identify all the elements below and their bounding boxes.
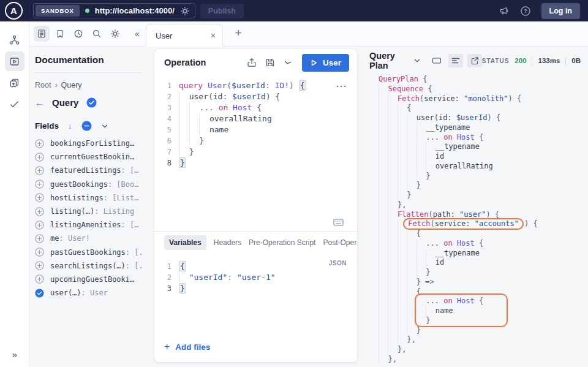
connection-settings-gear-icon[interactable]	[180, 6, 190, 16]
keyboard-shortcuts-icon[interactable]	[333, 219, 344, 226]
field-add-icon[interactable]	[35, 193, 44, 202]
settings-tab-post-oper[interactable]: Post-Oper	[323, 238, 356, 247]
field-item[interactable]: currentGuestBookin…	[35, 150, 149, 164]
field-item[interactable]: hostListings: [List…	[35, 191, 149, 205]
back-arrow-icon[interactable]: ←	[35, 97, 44, 108]
announcements-megaphone-icon[interactable]	[499, 6, 510, 17]
explorer-icon[interactable]	[5, 51, 24, 71]
field-item[interactable]: user(…): User	[35, 286, 149, 300]
line-number: 3	[154, 102, 172, 113]
field-name: upcomingGuestBooki…	[50, 275, 134, 284]
close-tab-icon[interactable]: ×	[211, 31, 216, 40]
plan-highlight-oval: Fetch(service: "accounts"	[403, 218, 524, 230]
fields-list: bookingsForListing…currentGuestBookin…fe…	[35, 137, 149, 300]
code-line: }	[179, 283, 357, 294]
field-add-icon[interactable]	[35, 248, 44, 257]
code-line: {	[379, 104, 588, 113]
code-token: }	[179, 157, 186, 168]
new-tab-icon[interactable]: +	[232, 26, 245, 40]
open-external-icon[interactable]	[467, 54, 482, 67]
history-icon[interactable]	[70, 26, 86, 42]
field-add-icon[interactable]	[35, 274, 44, 284]
field-name: bookingsForListing…	[50, 139, 134, 148]
checks-icon[interactable]	[5, 94, 24, 114]
code-token: on	[443, 133, 452, 142]
field-add-icon[interactable]	[35, 166, 44, 175]
breadcrumb: Root › Query	[35, 81, 149, 89]
operation-editor[interactable]: 12345678 query User($userId: ID!) { user…	[154, 76, 357, 231]
collapse-panel-icon[interactable]: «	[131, 29, 143, 39]
field-item[interactable]: bookingsForListing…	[35, 137, 149, 150]
deselect-all-fields-icon[interactable]	[81, 121, 92, 131]
plan-text-view-icon[interactable]	[448, 54, 463, 67]
expand-rail-icon[interactable]: »	[0, 349, 29, 360]
run-operation-button[interactable]: User	[302, 54, 349, 72]
schema-graph-icon[interactable]	[5, 30, 24, 50]
code-token: "monolith"	[464, 94, 508, 103]
settings-tab-variables[interactable]: Variables	[164, 235, 206, 250]
save-options-chevron-icon[interactable]	[284, 59, 291, 66]
field-add-icon[interactable]	[35, 207, 44, 216]
field-add-icon[interactable]	[35, 180, 44, 189]
code-line: id	[379, 258, 588, 268]
code-line: name	[179, 124, 357, 135]
field-item[interactable]: listingAmenities: […	[35, 218, 149, 232]
code-token: on	[443, 239, 452, 248]
field-item[interactable]: guestBookings: [Boo…	[35, 178, 149, 191]
field-item[interactable]: listing(…): Listing	[35, 205, 149, 218]
search-icon[interactable]	[89, 26, 105, 42]
bookmarks-icon[interactable]	[52, 26, 68, 42]
breadcrumb-current[interactable]: Query	[61, 81, 82, 89]
documentation-panel: Documentation Root › Query ← Query Field…	[29, 47, 149, 367]
fields-chevron-down-icon[interactable]	[101, 123, 108, 130]
endpoint-url-box[interactable]: SANDBOX http://localhost:4000/	[33, 3, 195, 18]
field-item[interactable]: searchListings(…): [.	[35, 259, 149, 273]
field-add-icon[interactable]	[35, 234, 44, 243]
operation-collections-icon[interactable]	[5, 73, 24, 93]
field-item[interactable]: me: User!	[35, 232, 149, 245]
response-view-chevron-icon[interactable]	[413, 57, 421, 64]
share-operation-icon[interactable]	[247, 58, 257, 67]
field-add-icon[interactable]	[35, 153, 44, 162]
code-token	[453, 239, 457, 248]
code-token: ...	[426, 297, 443, 305]
variables-section[interactable]: JSON 123 { "userId": "user-1"}	[154, 254, 357, 294]
type-selected-check-icon[interactable]	[86, 97, 97, 108]
query-plan-title[interactable]: Query Plan	[369, 51, 409, 70]
endpoint-url[interactable]: http://localhost:4000/	[95, 6, 175, 15]
apollo-logo[interactable]: A	[5, 2, 23, 20]
line-number: 7	[154, 146, 172, 157]
type-title: Query	[52, 97, 78, 108]
code-token: {	[407, 104, 411, 112]
field-checked-icon[interactable]	[35, 289, 44, 298]
help-icon[interactable]: ?	[520, 6, 531, 17]
code-token: {	[423, 85, 432, 93]
fields-heading: Fields	[35, 121, 59, 131]
divider	[532, 57, 532, 65]
field-add-icon[interactable]	[35, 139, 44, 148]
editor-menu-dots-icon[interactable]: ···	[336, 81, 347, 91]
save-operation-icon[interactable]	[265, 58, 275, 67]
field-add-icon[interactable]	[35, 261, 44, 270]
documentation-panel-icon[interactable]	[34, 26, 50, 42]
field-item[interactable]: upcomingGuestBooki…	[35, 273, 149, 286]
explorer-settings-gear-icon[interactable]	[107, 26, 123, 42]
login-button[interactable]: Log in	[541, 3, 581, 19]
code-token: }	[179, 283, 186, 293]
operation-tab[interactable]: User ×	[146, 24, 223, 47]
field-item[interactable]: featuredListings: […	[35, 164, 149, 177]
field-item[interactable]: pastGuestBookings: [.	[35, 246, 149, 259]
code-token	[453, 297, 457, 305]
field-name: pastGuestBookings: [.	[50, 248, 143, 257]
settings-tab-headers[interactable]: Headers	[214, 238, 241, 247]
code-token: overallRating	[435, 162, 493, 170]
publish-button[interactable]: Publish	[200, 4, 244, 18]
field-add-icon[interactable]	[35, 221, 44, 230]
sort-fields-icon[interactable]: ↓	[68, 121, 72, 131]
top-bar: A SANDBOX http://localhost:4000/ Publish…	[0, 0, 588, 21]
plan-diagram-view-icon[interactable]	[429, 54, 444, 67]
add-files-button[interactable]: + Add files	[164, 341, 210, 352]
code-token: {	[475, 297, 483, 305]
breadcrumb-root[interactable]: Root	[35, 81, 51, 89]
settings-tab-pre-operation-script[interactable]: Pre-Operation Script	[249, 238, 315, 247]
